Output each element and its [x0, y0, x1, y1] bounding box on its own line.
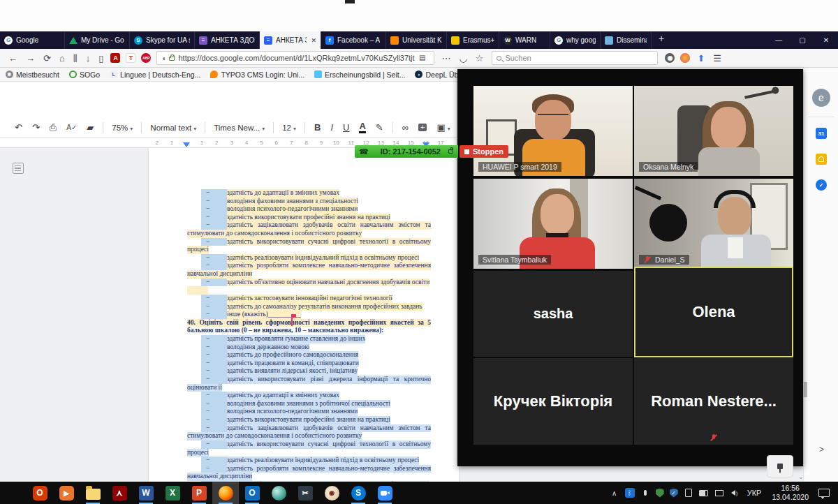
bookmark-typo3[interactable]: TYPO3 CMS Login: Uni... — [210, 71, 304, 79]
speaker-icon[interactable] — [730, 488, 740, 498]
account-icon[interactable]: ◉ — [665, 53, 675, 63]
microphone-icon[interactable] — [640, 488, 650, 498]
undo-icon[interactable]: ↶ — [15, 123, 22, 132]
show-outline-icon[interactable] — [13, 163, 24, 174]
taskbar-skype[interactable]: S — [345, 482, 372, 504]
bookmark-sogo[interactable]: SOGo — [69, 71, 100, 79]
security-shield-icon[interactable]: ✓ — [670, 489, 678, 498]
account-avatar[interactable]: e — [812, 89, 830, 107]
taskbar-acrobat[interactable]: ⋏ — [106, 482, 133, 504]
bold-button[interactable]: B — [314, 123, 321, 132]
taskbar-word[interactable]: W — [133, 482, 159, 504]
menu-icon[interactable]: ☰ — [713, 54, 721, 63]
indent-marker-icon[interactable] — [183, 142, 190, 147]
taskbar-snipping-tool[interactable]: ✂ — [292, 482, 318, 504]
maximize-button[interactable]: ▢ — [791, 31, 814, 49]
audio-tile-olena-active-speaker[interactable]: Olena — [634, 267, 793, 357]
tab-skype[interactable]: SSkype for UA s — [130, 31, 195, 49]
scrollbar-thumb[interactable] — [804, 382, 807, 397]
url-bar[interactable]: ◖ https://docs.google.com/document/d/1Lx… — [156, 51, 434, 65]
tray-expand-icon[interactable]: ∧ — [610, 488, 619, 498]
adblock-extension-icon[interactable]: ABP — [141, 53, 151, 63]
network-icon[interactable] — [714, 488, 724, 498]
taskbar-irfanview[interactable]: ◉ — [318, 482, 345, 504]
forward-icon[interactable]: → — [26, 54, 35, 63]
t-extension-icon[interactable]: T — [126, 53, 135, 63]
action-center-icon[interactable] — [818, 489, 830, 497]
paragraph-style-select[interactable]: Normal text▾ — [150, 124, 196, 132]
insert-comment-icon[interactable]: + — [418, 124, 427, 131]
highlight-pen-icon[interactable]: ✎ — [376, 123, 383, 132]
font-size-select[interactable]: 12▾ — [282, 124, 296, 132]
bookmark-meistbesucht[interactable]: ✱Meistbesucht — [6, 71, 59, 79]
close-button[interactable]: ✕ — [814, 31, 838, 49]
calendar-icon[interactable]: 31 — [816, 128, 827, 139]
new-tab-button[interactable]: + — [652, 31, 671, 49]
bookmark-linguee[interactable]: LLinguee | Deutsch-Eng... — [110, 71, 200, 79]
tab-google[interactable]: GGoogle — [0, 31, 65, 49]
search-input[interactable]: Suchen — [492, 51, 658, 65]
tasks-icon[interactable]: ✓ — [816, 179, 827, 191]
bookmark-star-icon[interactable]: ☆ — [476, 54, 484, 63]
paint-format-icon[interactable]: ▰ — [87, 123, 94, 132]
insert-image-icon[interactable]: ▣▾ — [436, 123, 450, 132]
underline-button[interactable]: U — [343, 123, 349, 132]
taskbar-zoom[interactable] — [372, 482, 398, 504]
tab-warn[interactable]: WWARN — [499, 31, 550, 49]
language-indicator[interactable]: УКР — [747, 489, 762, 497]
back-icon[interactable]: ← — [8, 54, 17, 63]
minimize-button[interactable]: — — [767, 31, 791, 49]
taskbar-file-explorer[interactable] — [80, 482, 106, 504]
reader-view-icon[interactable]: ▤ — [419, 54, 425, 61]
page-actions-icon[interactable]: ⋯ — [441, 54, 450, 63]
document-page[interactable]: −здатність до адаптації в змінних умовах… — [149, 148, 459, 482]
sidebar-icon[interactable]: ▯ — [98, 54, 103, 63]
zoom-select[interactable]: 75%▾ — [112, 124, 133, 132]
bookmark-erscheinungsbild[interactable]: Erscheinungsbild | Seit... — [314, 71, 405, 79]
video-tile-svitlana[interactable]: Svitlana Tsymbaliuk — [473, 179, 633, 269]
tab-dissemination[interactable]: Dissemination — [601, 31, 652, 49]
taskbar-office[interactable]: O — [27, 482, 53, 504]
keep-icon[interactable] — [816, 154, 827, 165]
tab-erasmus[interactable]: Erasmus+ Proj — [447, 31, 499, 49]
pin-button[interactable] — [767, 455, 793, 477]
library-icon[interactable]: ⫼ — [73, 54, 78, 63]
collapse-panel-icon[interactable]: > — [819, 445, 824, 454]
audio-tile-sasha[interactable]: sasha — [473, 271, 633, 357]
tab-why-google[interactable]: Gwhy google d — [550, 31, 601, 49]
audio-tile-kruchek[interactable]: Кручек Вікторія — [473, 358, 633, 445]
stop-session-button[interactable]: Stoppen — [460, 145, 508, 158]
tab-close-icon[interactable]: ✕ — [311, 37, 316, 44]
extension-icon[interactable] — [680, 53, 690, 63]
print-icon[interactable]: ⎙ — [50, 123, 57, 132]
download-icon[interactable]: ↓ — [86, 54, 91, 63]
taskbar-firefox-active[interactable] — [212, 482, 239, 504]
video-tile-daniel[interactable]: Daniel_S — [634, 179, 793, 269]
tab-my-drive[interactable]: My Drive - Go — [65, 31, 130, 49]
reload-icon[interactable]: ⟳ — [43, 54, 51, 63]
text-color-button[interactable]: A — [359, 121, 365, 133]
redo-icon[interactable]: ↷ — [32, 123, 40, 132]
pocket-icon[interactable]: ◡ — [459, 54, 466, 63]
tab-universitaet[interactable]: Universität Ko — [386, 31, 447, 49]
chevron-down-icon[interactable]: ⌄ — [798, 473, 804, 480]
audio-tile-roman[interactable]: Roman Nestere... — [634, 358, 793, 445]
bluetooth-icon[interactable]: ᛒ — [625, 488, 635, 498]
zoom-meeting-window[interactable]: HUAWEI P smart 2019 Oksana Melnyk Svitla… — [457, 69, 803, 466]
send-to-device-icon[interactable]: ⬆ — [697, 54, 705, 63]
start-button[interactable] — [0, 482, 27, 504]
tab-facebook[interactable]: fFacebook – A — [321, 31, 386, 49]
tab-anketa-1[interactable]: ≡АНКЕТА ЗДОБ — [195, 31, 260, 49]
defender-shield-icon[interactable] — [656, 489, 664, 498]
italic-button[interactable]: I — [330, 123, 333, 132]
taskbar-media-player[interactable]: ▶ — [53, 482, 80, 504]
video-tile-oksana[interactable]: Oksana Melnyk — [634, 86, 793, 176]
taskbar-outlook[interactable]: O — [239, 482, 265, 504]
usb-icon[interactable] — [684, 488, 693, 498]
tab-anketa-2-active[interactable]: ≡АНКЕТА ЗД✕ — [260, 31, 321, 49]
taskbar-powerpoint[interactable]: P — [186, 482, 212, 504]
video-tile-huawei[interactable]: HUAWEI P smart 2019 — [473, 86, 633, 176]
taskbar-excel[interactable]: X — [159, 482, 186, 504]
font-select[interactable]: Times New...▾ — [214, 124, 265, 132]
battery-icon[interactable] — [699, 488, 709, 498]
